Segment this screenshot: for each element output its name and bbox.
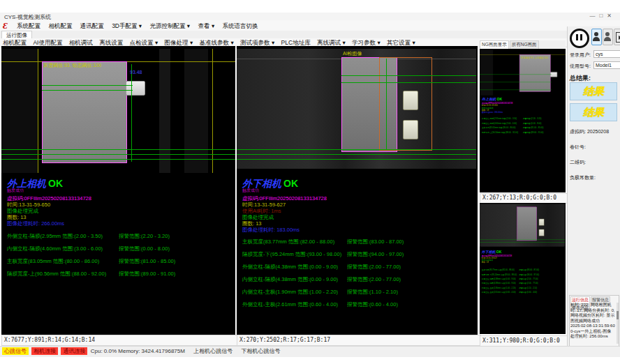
menu-bar: Ɛ 系统配置 相机配置 通讯配置 3D手配置 ▾ 光源控制配置 ▾ 查看 ▾ 系… [0,20,620,31]
tool-offline-debug[interactable]: 离线调试 ▾ [317,39,346,46]
connector-part [126,81,145,96]
result-ok: OK [48,178,63,189]
left-camera-panel[interactable]: 灰度阈值:93, 动态阈值:100 93.48 外上相机OK 触发成功 虚拟码:… [1,46,235,335]
pause-icon [576,34,578,40]
camera-connect-badge: 相机连接 [31,347,58,355]
menu-camera-config[interactable]: 相机配置 [48,22,72,29]
virtual-barcode: 虚拟码:0FFIIim20250208133134728 [7,195,91,202]
tool-offline-setting[interactable]: 离线设置 [99,39,123,46]
measure-row: 内侧立柱-隔膜(4.38mm 范围:(0.00 - 9.00)报警范围:(2.0… [237,276,478,289]
right-side-panel: 登录用户: cys 使用型号: Model1 总结果: 结果 结果 虚拟码: 2… [567,26,620,346]
ai-elapsed: 使用AI耗时: 1ms [242,208,327,214]
tool-learn-params[interactable]: 学习参数 ▾ [352,39,381,46]
measure-row: 隔膜宽度-上(90.56mm 范围:(88.00 - 92.00)报警范围:(8… [480,131,566,136]
process-elapsed: 图像处理耗时: 266.00ms [482,112,512,114]
left-measure-rows: 外侧立柱-隔膜(2.95mm 范围:(2.00 - 3.50)报警范围:(2.2… [1,233,235,283]
bottom-camera-heartbeat-text: 下相机心跳信号 [241,348,280,354]
login-user-value[interactable]: cys [593,50,620,58]
result-ok: OK [496,250,501,254]
measure-row: 隔膜宽度-上(90.56mm 范围:(88.00 - 92.00)报警范围:(8… [1,271,235,283]
pause-button[interactable] [570,29,589,48]
middle-measure-rows: 主极宽度(83.77mm 范围:(82.00 - 88.00)报警范围:(83.… [237,238,478,314]
log-scrollbar-thumb[interactable] [617,311,619,319]
left-coordinate-bar: X:7677;Y:891;R:14;G:14;B:14 [1,335,239,346]
measure-line [1,149,235,150]
mini-top-view[interactable]: 灰度阈值:93, 动态阈值:100 外上相机OK 虚拟码:0FFIIim2025… [480,49,566,192]
tab-feature [403,120,418,139]
measure-line [42,85,133,86]
tab-feature [539,219,545,226]
tool-image-process[interactable]: 图像处理 ▾ [165,39,193,46]
close-icon[interactable]: ✕ [607,13,616,19]
process-elapsed: 图像处理耗时: 183.00ms [242,227,327,233]
measure-row: 外侧立柱-主极(2.61mm 范围:(0.60 - 4.00)报警范围:(0.6… [480,291,566,296]
menu-system-config[interactable]: 系统配置 [17,22,40,29]
title-bar: CYS-视觉检测系统 —□✕ [0,13,620,20]
app-window: CYS-视觉检测系统 —□✕ Ɛ 系统配置 相机配置 通讯配置 3D手配置 ▾ … [0,0,620,364]
result-ok: OK [497,97,503,101]
tab-count-label: 负极耳数量: [570,174,596,181]
measure-row: 外侧立柱-隔膜(4.38mm 范围:(0.00 - 9.00)报警范围:(2.0… [237,264,478,276]
mini-result-block: 外上相机OK 虚拟码:0FFIIim20250208133134728 时间:1… [482,98,512,114]
measure-line [237,149,476,150]
mini-bottom-view[interactable]: 外下相机OK 虚拟码:0FFIIim20250208133134728 时间:1… [480,203,566,334]
menu-view[interactable]: 查看 ▾ [198,22,215,29]
barcode-field-label: 虚拟码: 20250208 [570,128,609,135]
logout-button[interactable] [614,29,620,45]
measure-row: 主极宽度(83.77mm 范围:(82.00 - 88.00)报警范围:(83.… [237,238,478,251]
comm-connect-badge: 通讯连接 [61,347,87,355]
tool-plc-address[interactable]: PLC地址库 [281,39,311,46]
tool-ai-config[interactable]: AI使用配置 [33,39,62,46]
menu-language[interactable]: 系统语言切换 [223,22,258,29]
measure-row: 内侧立柱-隔膜(4.60mm 范围:(3.00 - 6.00)报警范围:(0.0… [480,122,566,127]
measure-line [42,90,133,91]
loop-count: 圈数: 13 [242,220,327,227]
minimize-icon[interactable]: — [589,13,599,19]
tool-spotcheck-setting[interactable]: 点检设置 ▾ [130,39,158,46]
tab-feature [539,229,545,236]
tool-camera-debug[interactable]: 相机调试 [69,39,93,46]
tab-all-ng[interactable]: 所有NG画面 [510,40,539,49]
workpiece-image [519,54,551,92]
middle-camera-panel[interactable]: AI检图像 外下相机OK 触发成功 虚拟码:0FFIIim20250208133… [237,46,478,335]
tab-feature [403,91,418,110]
workpiece-image [42,61,127,163]
tab-ng-display[interactable]: NG画面显示 [480,40,509,49]
measure-line [1,154,235,155]
virtual-barcode: 虚拟码:0FFIIim20250208133134728 [242,195,327,202]
run-log-text[interactable]: 耗时: 222, 网络检图耗时: 17, 网络分类耗时: 0, 网络视频分区耗时… [570,303,615,344]
mini-bottom-scaled: 外下相机OK 虚拟码:0FFIIim20250208133134728 时间:1… [480,203,566,305]
left-camera-view: 灰度阈值:93, 动态阈值:100 93.48 外上相机OK 触发成功 虚拟码:… [1,46,235,335]
process-elapsed: 图像处理耗时: 266.00ms [7,220,91,227]
qr-field-label: 二维码: [570,159,586,166]
tool-camera-config[interactable]: 相机配置 [3,39,27,46]
user-mode-button[interactable] [591,29,602,45]
person-icon-body [604,37,611,41]
menu-comm-config[interactable]: 通讯配置 [80,22,104,29]
tool-other-setting[interactable]: 其它设置 ▾ [387,39,415,46]
log-scrollbar[interactable] [617,303,619,344]
result-box-2: 结果 [570,103,617,121]
menu-3d-config[interactable]: 3D手配置 ▾ [112,22,142,29]
measure-row: 隔膜宽度-下(95.24mm 范围:(93.00 - 98.00)报警范围:(9… [237,251,478,264]
loop-count: 圈数: 13 [7,214,91,220]
model-value[interactable]: Model1 [593,61,620,69]
middle-coordinate-bar: X:270;Y:2502;R:17;G:17;B:17 [237,335,481,346]
admin-mode-button[interactable] [603,29,613,45]
image-dark-band [480,50,493,95]
tool-test-params[interactable]: 测试项参数 ▾ [240,39,274,46]
mini-top-coordinate-bar: X:267;Y:13;R:0;G:0;B:0 [480,193,569,204]
camera-name: 外下相机 [242,178,281,189]
menu-items: 系统配置 相机配置 通讯配置 3D手配置 ▾ 光源控制配置 ▾ 查看 ▾ 系统语… [17,22,265,31]
camera-name: 外上相机 [482,97,496,101]
tool-baseline-params[interactable]: 基准线参数 ▾ [200,39,234,46]
left-result-block: 外上相机OK 触发成功 虚拟码:0FFIIim20250208133134728… [7,179,91,227]
process-done: 图像处理完成 [7,208,91,214]
mini-measure-rows: 主极宽度(83.77mm 范围:(82.00 - 88.00)报警范围:(83.… [480,269,566,296]
maximize-icon[interactable]: □ [599,13,607,19]
capture-time: 时间:13-31-59-650 [7,202,91,208]
camera-name: 外下相机 [482,250,496,254]
result-box-1: 结果 [570,82,617,100]
measure-row: 内侧立柱-隔膜(4.60mm 范围:(3.00 - 6.00)报警范围:(0.0… [1,245,235,258]
menu-light-config[interactable]: 光源控制配置 ▾ [150,22,191,29]
